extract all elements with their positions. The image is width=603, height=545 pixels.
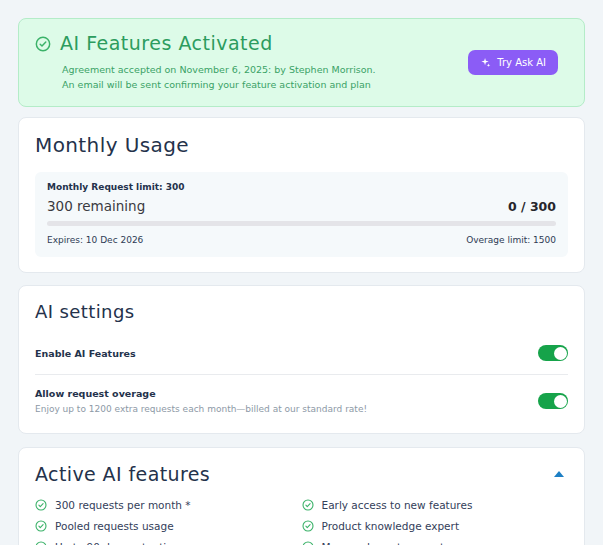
try-ask-ai-label: Try Ask AI [497, 57, 546, 68]
ai-settings-title: AI settings [35, 301, 568, 322]
feature-item: Early access to new features [302, 499, 569, 511]
banner-agreement-text: Agreement accepted on November 6, 2025: … [60, 62, 468, 77]
usage-row: 300 remaining 0 / 300 [47, 198, 556, 214]
ai-settings-page: AI Features Activated Agreement accepted… [0, 0, 603, 545]
active-features-card: Active AI features 300 requests per mont… [18, 447, 585, 545]
feature-item: Product knowledge expert [302, 520, 569, 532]
feature-label: Up to 90 days retention [55, 541, 179, 545]
check-circle-icon [35, 36, 51, 52]
feature-item: 300 requests per month * [35, 499, 302, 511]
feature-item: Up to 90 days retention [35, 541, 302, 545]
enable-ai-row: Enable AI Features [35, 332, 568, 375]
request-overage-toggle[interactable] [538, 393, 568, 409]
usage-progress-bar [47, 221, 556, 226]
feature-label: Early access to new features [322, 499, 473, 511]
feature-label: Pooled requests usage [55, 520, 174, 532]
caret-up-icon[interactable] [554, 471, 564, 477]
banner-body: AI Features Activated Agreement accepted… [60, 32, 468, 92]
expires-label: Expires: 10 Dec 2026 [47, 235, 143, 245]
banner-email-text: An email will be sent confirming your fe… [60, 77, 468, 92]
remaining-label: 300 remaining [47, 198, 145, 214]
toggle-knob [554, 347, 567, 360]
check-circle-icon [35, 499, 47, 511]
check-circle-icon [302, 520, 314, 532]
try-ask-ai-button[interactable]: Try Ask AI [468, 50, 558, 75]
check-circle-icon [35, 520, 47, 532]
monthly-usage-card: Monthly Usage Monthly Request limit: 300… [18, 117, 585, 273]
toggle-knob [554, 395, 567, 408]
activation-banner: AI Features Activated Agreement accepted… [18, 18, 585, 107]
enable-ai-toggle[interactable] [538, 345, 568, 361]
enable-ai-label: Enable AI Features [35, 348, 136, 359]
feature-item: Managed assets expert [302, 541, 569, 545]
feature-label: 300 requests per month * [55, 499, 191, 511]
banner-title: AI Features Activated [60, 32, 468, 54]
check-circle-icon [302, 541, 314, 545]
features-grid: 300 requests per month * Early access to… [35, 499, 568, 545]
check-circle-icon [35, 541, 47, 545]
request-overage-label: Allow request overage [35, 388, 367, 399]
active-features-header: Active AI features [35, 463, 568, 485]
request-overage-row: Allow request overage Enjoy up to 1200 e… [35, 375, 568, 427]
request-overage-description: Enjoy up to 1200 extra requests each mon… [35, 404, 367, 414]
active-features-title: Active AI features [35, 463, 210, 485]
sparkles-icon [480, 57, 491, 68]
feature-label: Product knowledge expert [322, 520, 460, 532]
feature-item: Pooled requests usage [35, 520, 302, 532]
feature-label: Managed assets expert [322, 541, 445, 545]
overage-limit-label: Overage limit: 1500 [466, 235, 556, 245]
request-limit-label: Monthly Request limit: 300 [47, 182, 556, 192]
check-circle-icon [302, 499, 314, 511]
monthly-usage-title: Monthly Usage [35, 133, 568, 157]
ai-settings-card: AI settings Enable AI Features Allow req… [18, 285, 585, 434]
usage-footer: Expires: 10 Dec 2026 Overage limit: 1500 [47, 235, 556, 245]
usage-panel: Monthly Request limit: 300 300 remaining… [35, 172, 568, 257]
usage-count: 0 / 300 [508, 199, 556, 214]
